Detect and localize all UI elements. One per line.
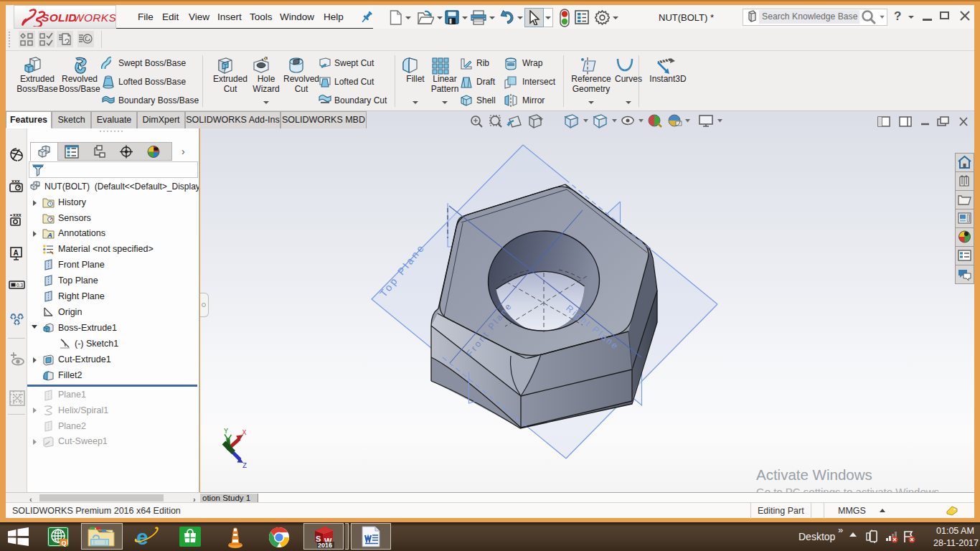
svg-text:xxx: xxx: [13, 212, 22, 217]
svg-text:A: A: [14, 249, 19, 257]
svg-text:0.3: 0.3: [17, 283, 23, 288]
svg-text:xxx: xxx: [11, 179, 20, 184]
svg-text:e: e: [136, 526, 149, 547]
svg-text:X: X: [242, 429, 247, 437]
svg-text:A: A: [47, 231, 52, 239]
svg-text:Z: Z: [242, 462, 247, 470]
svg-text:Q: Q: [62, 540, 67, 547]
svg-text:2016: 2016: [318, 542, 332, 548]
svg-text:Y: Y: [224, 428, 228, 435]
